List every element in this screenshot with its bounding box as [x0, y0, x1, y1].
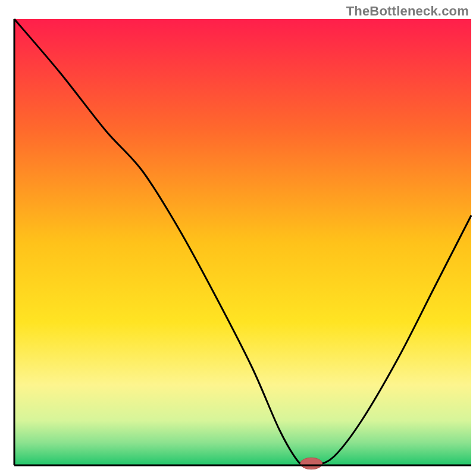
bottleneck-chart — [0, 0, 476, 476]
chart-container: TheBottleneck.com — [0, 0, 476, 476]
watermark-text: TheBottleneck.com — [346, 4, 469, 19]
plot-background — [14, 19, 471, 465]
optimal-marker — [300, 458, 322, 469]
